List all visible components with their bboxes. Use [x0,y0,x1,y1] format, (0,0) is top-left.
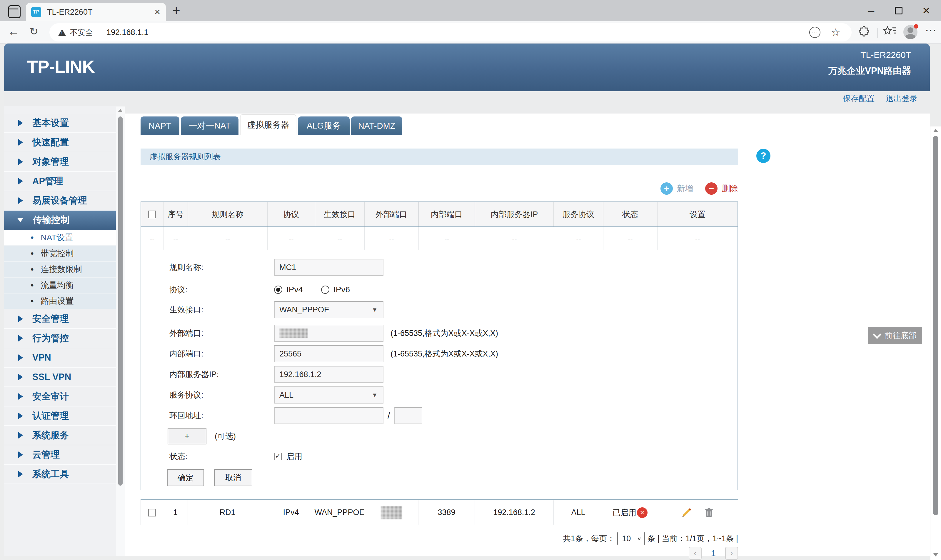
row-checkbox[interactable] [148,509,156,517]
current-page-number[interactable]: 1 [711,549,716,558]
service-protocol-select[interactable]: ALL ▼ [274,386,383,403]
sidebar-subitem-bandwidth-control[interactable]: • 带宽控制 [4,246,116,262]
tab-close-icon[interactable]: ✕ [154,8,161,17]
back-button[interactable]: ← [8,25,19,38]
tab-napt[interactable]: NAPT [141,117,179,135]
help-icon[interactable]: ? [756,149,770,163]
sidebar-item-vpn[interactable]: VPN [4,348,116,368]
sidebar-item-basic-settings[interactable]: 基本设置 [4,114,116,133]
select-all-checkbox[interactable] [148,211,156,218]
ok-button[interactable]: 确定 [167,469,204,486]
loopback-mask-input[interactable] [394,407,422,424]
col-status: 状态 [603,202,658,226]
sidebar-subitem-routing-settings[interactable]: • 路由设置 [4,294,116,309]
sidebar-item-quick-setup[interactable]: 快速配置 [4,133,116,152]
interface-select[interactable]: WAN_PPPOE ▼ [274,301,383,318]
sidebar-subitem-connection-limit[interactable]: • 连接数限制 [4,262,116,278]
edit-pencil-icon[interactable] [682,508,692,518]
header-links-bar: 保存配置 退出登录 [4,91,930,106]
window-maximize-button[interactable] [889,0,908,21]
scroll-up-icon[interactable] [933,129,938,132]
chevron-right-icon [18,158,23,165]
tab-one-to-one-nat[interactable]: 一对一NAT [181,117,238,135]
sidebar-item-security-audit[interactable]: 安全审计 [4,387,116,406]
cancel-button[interactable]: 取消 [214,469,252,486]
internal-port-row: 内部端口: 25565 (1-65535,格式为X或X-X或X,X) [169,345,732,363]
extensions-icon[interactable] [858,25,871,38]
main-content: NAPT 一对一NAT 虚拟服务器 ALG服务 NAT-DMZ 虚拟服务器规则列… [125,106,930,556]
server-ip-input[interactable]: 192.168.1.2 [274,366,383,383]
new-tab-button[interactable]: + [172,2,180,18]
sidebar-subitem-nat-settings[interactable]: • NAT设置 [4,230,116,246]
loopback-address-input[interactable] [274,407,383,424]
tab-workspaces-icon[interactable] [8,5,21,18]
col-rule-name: 规则名称 [188,202,268,226]
enable-checkbox[interactable] [274,453,282,460]
col-server-ip: 内部服务器IP [475,202,554,226]
chevron-right-icon [18,451,23,458]
sidebar-item-system-tools[interactable]: 系统工具 [4,465,116,484]
sidebar-scrollbar[interactable] [116,106,125,556]
favorite-star-icon[interactable]: ☆ [831,26,840,38]
sidebar-item-auth-management[interactable]: 认证管理 [4,406,116,426]
browser-tab[interactable]: TP TL-ER2260T ✕ [26,3,166,21]
router-product-name: 万兆企业VPN路由器 [828,65,911,77]
disable-rule-icon[interactable]: ✕ [637,507,647,518]
add-rule-button[interactable]: + 新增 [660,182,693,195]
page-scrollbar[interactable] [930,126,941,560]
sidebar-item-security-management[interactable]: 安全管理 [4,309,116,329]
sidebar-item-behavior-control[interactable]: 行为管控 [4,329,116,348]
sidebar-item-cloud-management[interactable]: 云管理 [4,445,116,465]
refresh-button[interactable]: ↻ [29,25,38,38]
logout-link[interactable]: 退出登录 [886,93,918,104]
window-minimize-button[interactable]: – [862,0,880,21]
external-port-row: 外部端口: (1-65535,格式为X或X-X或X,X) [169,325,732,342]
address-bar[interactable]: 不安全 192.168.1.1 ··· ☆ [49,23,852,42]
select-all-cell [141,202,163,226]
radio-ipv4[interactable] [274,286,282,294]
chevron-right-icon [18,120,23,126]
window-close-button[interactable]: ✕ [917,0,936,21]
next-page-button[interactable]: › [725,547,738,560]
router-model: TL-ER2260T [860,50,911,60]
sidebar-subitem-load-balancing[interactable]: • 流量均衡 [4,278,116,294]
per-page-select[interactable]: 10 ∨ [617,532,645,545]
panel-title: 虚拟服务器规则列表 [141,149,738,165]
delete-rule-button[interactable]: − 删除 [705,182,738,195]
rule-name-input[interactable]: MC1 [274,259,383,276]
rule-table-row[interactable]: 1 RD1 IPv4 WAN_PPPOE 3389 192.168.1.2 AL… [141,499,738,525]
placeholder-row: -- -- -- -- -- -- -- -- -- -- -- [141,227,738,250]
sidebar-item-ap-management[interactable]: AP管理 [4,172,116,191]
not-secure-warning-icon [58,29,66,36]
tab-virtual-server[interactable]: 虚拟服务器 [240,114,297,135]
sidebar-item-ssl-vpn[interactable]: SSL VPN [4,368,116,387]
split-screen-icon[interactable]: ··· [809,27,820,38]
internal-port-input[interactable]: 25565 [274,345,383,362]
browser-menu-icon[interactable]: ⋯ [925,23,937,37]
tab-nat-dmz[interactable]: NAT-DMZ [351,117,402,135]
sidebar-item-transmission-control[interactable]: 传输控制 [4,211,116,230]
page-scrollbar-thumb[interactable] [933,136,938,515]
profile-notification-dot [914,24,918,29]
rule-name-row: 规则名称: MC1 [169,258,732,276]
save-config-link[interactable]: 保存配置 [843,93,875,104]
sidebar-item-system-services[interactable]: 系统服务 [4,426,116,445]
chevron-right-icon [18,139,23,146]
prev-page-button[interactable]: ‹ [689,547,702,560]
collections-icon[interactable] [883,25,896,38]
url-text[interactable]: 192.168.1.1 [106,28,809,37]
row-service: ALL [554,500,603,525]
goto-bottom-button[interactable]: 前往底部 [868,327,922,344]
external-port-input[interactable] [274,325,383,342]
sidebar-scrollbar-thumb[interactable] [118,117,123,486]
add-loopback-button[interactable]: + [168,428,206,445]
sidebar-item-easyshow-devices[interactable]: 易展设备管理 [4,191,116,211]
chevron-right-icon [18,335,23,342]
tab-alg-service[interactable]: ALG服务 [298,117,350,135]
scroll-down-icon[interactable] [933,553,938,557]
sidebar-item-object-management[interactable]: 对象管理 [4,152,116,172]
delete-trash-icon[interactable] [704,508,713,518]
scroll-up-icon[interactable] [118,109,123,112]
site-favicon: TP [31,7,41,17]
radio-ipv6[interactable] [321,286,329,294]
